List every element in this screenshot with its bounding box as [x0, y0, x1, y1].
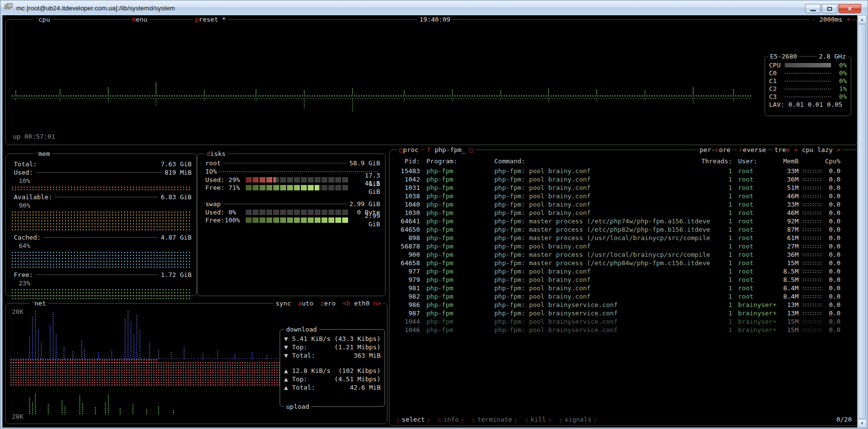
upload-top-row: ▲ Top: (4.51 Mibps) [284, 375, 381, 383]
net-interface-name: eth0 [354, 300, 369, 307]
disk-used-bar [246, 177, 349, 183]
proc-row[interactable]: 56878php-fpmphp-fpm: pool brainy.conf1ro… [389, 242, 858, 250]
reverse-toggle[interactable]: reverse [737, 146, 768, 154]
disks-box: disks root58.9 GiB IO% Used: 29% 17.3 Gi… [197, 153, 386, 296]
mem-total-row: Total:7.63 GiB [6, 160, 196, 168]
preset-button[interactable]: preset * [193, 15, 228, 24]
net-prev-interface-button[interactable]: <b [343, 300, 351, 307]
close-button[interactable]: × [838, 4, 861, 13]
net-box: ³net sync auto zero <b eth0 n> 28K 28K d… [5, 303, 387, 424]
maximize-icon [827, 7, 832, 11]
proc-row[interactable]: 1044php-fpmphp-fpm: pool brainyservice.c… [389, 317, 858, 326]
kill-button[interactable]: kill [525, 415, 551, 424]
proc-row[interactable]: 982php-fpmphp-fpm: pool brainy.conf1root… [389, 292, 858, 301]
upload-speed-row: ▲ 12.8 KiB/s (102 Kibps) [284, 367, 381, 375]
swap-free-row: Free:100% 2.99 GiB [197, 216, 385, 224]
column-threads[interactable]: Threads: [690, 157, 732, 165]
scroll-up-arrow-icon[interactable]: ▲ [858, 15, 867, 24]
proc-row[interactable]: 15483php-fpmphp-fpm: pool brainy.conf1ro… [389, 167, 858, 175]
column-mem[interactable]: MemB [765, 157, 799, 165]
cpu-box-title[interactable]: ¹cpu [33, 15, 52, 24]
mem-box-title[interactable]: ²mem [33, 150, 52, 158]
maximize-button[interactable] [822, 4, 837, 13]
disk-free-bar [246, 185, 349, 190]
proc-row[interactable]: 977php-fpmphp-fpm: pool brainy.conf1root… [389, 267, 858, 276]
proc-row[interactable]: 900php-fpmphp-fpm: master process (/usr/… [389, 250, 858, 259]
proc-row[interactable]: 64641php-fpmphp-fpm: master process (/et… [389, 217, 858, 225]
proc-row[interactable]: 986php-fpmphp-fpm: pool brainyservice.co… [389, 301, 858, 309]
tree-toggle[interactable]: tree [772, 146, 792, 154]
title-bar: mc [root@ub24.itdeveloper.com.ua]:/lib/s… [0, 0, 868, 15]
column-pid[interactable]: Pid: [392, 157, 420, 165]
disks-box-title[interactable]: disks [204, 150, 227, 158]
column-command[interactable]: Command: [494, 157, 717, 165]
proc-row[interactable]: 1030php-fpmphp-fpm: pool brainy.conf1roo… [389, 209, 858, 217]
upload-arrow-icon: ▲ [284, 375, 292, 383]
proc-filter[interactable]: f php-fpm_ □ [425, 146, 475, 154]
selection-counter: 0/20 [836, 415, 852, 424]
mem-free-row: Free:1.72 GiB [6, 271, 196, 279]
preset-star: * [222, 16, 226, 23]
mem-cached-row: Cached:4.87 GiB [6, 233, 196, 242]
scroll-down-arrow-icon[interactable]: ▼ [858, 419, 867, 428]
uptime-label: up 00:57:01 [13, 132, 55, 141]
scrollbar-thumb[interactable] [858, 24, 866, 419]
proc-filter-input[interactable]: php-fpm_ [435, 146, 466, 153]
proc-row[interactable]: 1031php-fpmphp-fpm: pool brainy.conf1roo… [389, 184, 858, 192]
column-program[interactable]: Program: [426, 157, 490, 165]
proc-row[interactable]: 64658php-fpmphp-fpm: master process (/et… [389, 259, 858, 267]
sort-next-button[interactable]: > [836, 146, 840, 153]
info-button[interactable]: info [438, 415, 464, 424]
net-sync-button[interactable]: sync [276, 299, 291, 307]
proc-box-title[interactable]: □proc [397, 146, 420, 154]
select-button[interactable]: select [396, 415, 430, 424]
proc-filter-clear-icon[interactable]: □ [469, 146, 473, 153]
menu-button[interactable]: menu [130, 15, 149, 24]
interval-increase-button[interactable]: + [846, 15, 850, 24]
proc-box: □proc f php-fpm_ □ per-core reverse tree… [389, 150, 858, 426]
proc-row[interactable]: 979php-fpmphp-fpm: pool brainy.conf1root… [389, 276, 858, 284]
proc-row[interactable]: 1046php-fpmphp-fpm: pool brainyservice.c… [389, 326, 858, 334]
mem-used-graph [11, 186, 192, 191]
download-arrow-icon: ▼ [284, 335, 292, 343]
swap-used-bar [246, 210, 349, 215]
core-meter: C21% [765, 85, 851, 92]
putty-icon [4, 3, 13, 13]
mem-cached-percent: 64% [6, 242, 196, 250]
window-title: mc [root@ub24.itdeveloper.com.ua]:/lib/s… [16, 4, 175, 12]
scrollbar[interactable]: ▲ ▼ [857, 15, 866, 428]
signals-button[interactable]: signals [559, 415, 597, 424]
download-top-row: ▼ Top: (1.21 Mibps) [284, 343, 381, 351]
cpu-meter-bar [785, 63, 831, 67]
proc-row[interactable]: 1038php-fpmphp-fpm: pool brainy.conf1roo… [389, 192, 858, 200]
net-auto-button[interactable]: auto [298, 299, 313, 307]
proc-row[interactable]: 64650php-fpmphp-fpm: master process (/et… [389, 225, 858, 234]
proc-row[interactable]: 898php-fpmphp-fpm: master process (/usr/… [389, 234, 858, 242]
sort-selector: < cpu lazy > [792, 146, 842, 154]
core-meter: C30% [765, 92, 851, 100]
net-next-interface-button[interactable]: n> [373, 300, 381, 307]
proc-row[interactable]: 1042php-fpmphp-fpm: pool brainy.conf1roo… [389, 175, 858, 184]
proc-row[interactable]: 987php-fpmphp-fpm: pool brainyservice.co… [389, 309, 858, 317]
mem-used-row: Used:819 MiB [6, 168, 196, 177]
per-core-toggle[interactable]: per-core [698, 146, 733, 154]
minimize-button[interactable] [805, 4, 821, 13]
column-cpu[interactable]: Cpu% [817, 157, 840, 165]
proc-hotkey: □ [399, 146, 403, 153]
net-upload-graph-low [10, 387, 217, 415]
proc-row[interactable]: 1040php-fpmphp-fpm: pool brainy.conf1roo… [389, 200, 858, 209]
download-speed-row: ▼ 5.41 KiB/s (43.3 Kibps) [284, 335, 381, 343]
proc-row[interactable]: 981php-fpmphp-fpm: pool brainy.conf1root… [389, 284, 858, 292]
download-arrow-icon: ▼ [284, 351, 292, 360]
upload-panel-title: upload [284, 402, 311, 411]
net-zero-button[interactable]: zero [320, 299, 335, 307]
disk-swap-row: swap2.99 GiB [197, 200, 385, 208]
terminal: ¹cpu menu preset * 19:40:09 - 2000ms + u… [2, 15, 858, 428]
upload-arrow-icon: ▲ [284, 367, 292, 375]
net-box-title[interactable]: ³net [30, 299, 48, 307]
terminate-button[interactable]: terminate [472, 415, 517, 424]
download-panel-title: download [284, 325, 319, 334]
interval-decrease-button[interactable]: - [811, 15, 815, 24]
sort-prev-button[interactable]: < [794, 146, 798, 153]
proc-column-headers: Pid: Program: Command: Threads: User: Me… [389, 157, 858, 165]
